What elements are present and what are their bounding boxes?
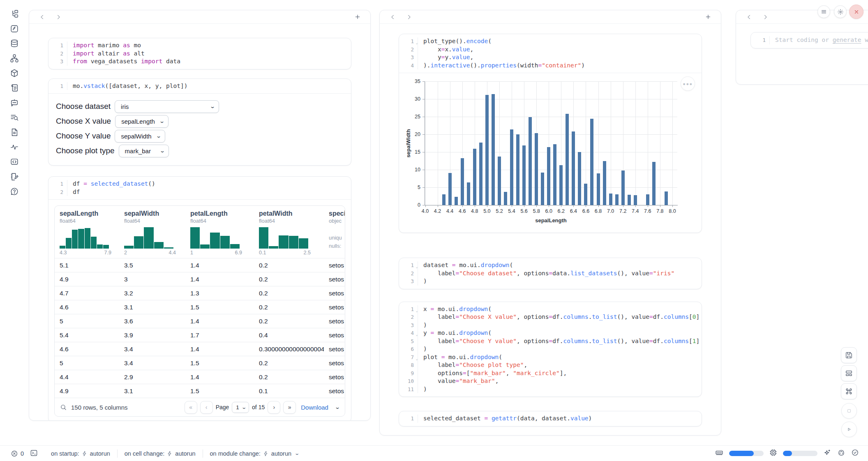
chart-bar[interactable] [566, 114, 569, 205]
table-row[interactable]: 4.73.21.30.2setos [55, 286, 345, 300]
code-editor[interactable]: 1import marimo as mo2import altair as al… [48, 38, 351, 69]
code-line[interactable]: 9 options=["mark_bar", "mark_circle"], [399, 369, 696, 378]
chart-bar[interactable] [448, 173, 452, 205]
chart-bar[interactable] [442, 194, 446, 205]
copilot-button[interactable] [837, 449, 845, 459]
chart-bar[interactable] [584, 184, 587, 205]
code-line[interactable]: 10 value="mark_bar", [399, 377, 696, 385]
column-prev-button[interactable] [388, 12, 397, 21]
save-button[interactable] [841, 347, 857, 363]
table-row[interactable]: 4.63.41.40.30000000000000004setos [55, 342, 345, 356]
code-line[interactable]: 3 y=y.value, [399, 53, 696, 62]
column-histogram[interactable] [60, 227, 109, 249]
last-page-button[interactable]: » [283, 401, 296, 414]
cell-imports[interactable]: 1import marimo as mo2import altair as al… [48, 38, 351, 69]
layout-panels-button[interactable] [841, 365, 857, 381]
chart-bar[interactable] [547, 147, 550, 205]
code-line[interactable]: 4).interactive().properties(width="conta… [399, 62, 696, 70]
code-line[interactable]: 5 label="Choose Y value", options=df.col… [399, 337, 696, 346]
add-cell-button[interactable] [353, 12, 362, 21]
dropdown-select-0[interactable]: iris⌄ [115, 100, 219, 113]
cell-dataframe[interactable]: 1df = selected_dataset()2df sepalLengthf… [48, 176, 351, 421]
column-next-button[interactable] [761, 12, 770, 21]
chart-menu-button[interactable]: ●●● [681, 76, 695, 91]
chart-bar[interactable] [665, 191, 668, 205]
code-line[interactable]: 4⌄y = mo.ui.dropdown( [399, 329, 696, 337]
code-editor[interactable]: 1selected_dataset = getattr(data, datase… [399, 411, 702, 426]
code-line[interactable]: 11) [399, 385, 696, 394]
help-icon[interactable] [10, 187, 19, 196]
chart-bar[interactable] [498, 157, 501, 205]
code-line[interactable]: 1⌄dataset = mo.ui.dropdown( [399, 261, 696, 270]
database-icon[interactable] [10, 39, 19, 48]
column-prev-button[interactable] [37, 12, 46, 21]
statusbar-autorun-item[interactable]: on module change:autorun⌄ [203, 450, 306, 457]
generate-link[interactable]: generate [833, 37, 861, 43]
error-indicator[interactable]: 0 [11, 450, 24, 457]
chart-bar[interactable] [597, 173, 600, 205]
first-page-button[interactable]: « [185, 401, 197, 414]
chart-bar[interactable] [473, 149, 476, 205]
column-next-button[interactable] [54, 12, 63, 21]
document-icon[interactable] [10, 127, 19, 137]
chat-bot-icon[interactable] [10, 98, 19, 107]
code-snippet-icon[interactable] [10, 157, 19, 166]
chart-bar[interactable] [529, 117, 532, 205]
chart-bar[interactable] [479, 143, 482, 205]
package-icon[interactable] [10, 68, 19, 78]
search-list-icon[interactable] [10, 113, 19, 122]
chart-bar[interactable] [510, 129, 513, 205]
chart-bar[interactable] [455, 197, 458, 205]
code-editor[interactable]: 1⌄x = mo.ui.dropdown(2 label="Choose X v… [399, 302, 702, 397]
command-shortcuts-button[interactable] [841, 383, 857, 399]
statusbar-autorun-item[interactable]: on startup:autorun [44, 450, 117, 457]
chart-bar[interactable] [615, 194, 619, 205]
column-histogram[interactable] [259, 227, 308, 249]
code-editor[interactable]: 1⌄dataset = mo.ui.dropdown(2 label="Choo… [399, 258, 702, 289]
menu-button[interactable] [817, 5, 830, 18]
column-header-cell[interactable]: sepalWidthfloat6424.4 [119, 210, 185, 256]
code-line[interactable]: 2 label="Choose X value", options=df.col… [399, 313, 696, 321]
function-icon[interactable] [10, 24, 19, 33]
code-line[interactable]: 1df = selected_dataset() [48, 180, 345, 188]
code-line[interactable]: 1mo.vstack([dataset, x, y, plot]) [48, 82, 345, 90]
column-prev-button[interactable] [744, 12, 753, 21]
code-editor[interactable]: 1⌄plot_type().encode(2 x=x.value,3 y=y.v… [399, 34, 702, 73]
table-row[interactable]: 4.93.11.50.1setos [55, 384, 345, 398]
column-header-cell[interactable]: sepalLengthfloat644.37.9 [55, 210, 119, 256]
dropdown-select-3[interactable]: mark_bar⌄ [119, 145, 169, 157]
chart-bar[interactable] [609, 194, 612, 205]
chart-bar[interactable] [492, 94, 495, 205]
column-header-cell[interactable]: petalWidthfloat640.12.5 [254, 210, 324, 256]
activity-icon[interactable] [10, 142, 19, 152]
close-button[interactable] [849, 5, 863, 19]
code-line[interactable]: 2 x=x.value, [399, 46, 696, 54]
column-next-button[interactable] [404, 12, 413, 21]
chart-bar[interactable] [646, 194, 649, 205]
code-line[interactable]: 6) [399, 345, 696, 353]
cell-placeholder[interactable]: Start coding or generate with AI [770, 36, 868, 44]
search-icon[interactable] [60, 404, 67, 411]
table-row[interactable]: 5.13.51.40.2setos [55, 258, 345, 272]
settings-gear-button[interactable] [834, 5, 847, 18]
chart-bar[interactable] [578, 152, 581, 205]
cell-vstack[interactable]: 1mo.vstack([dataset, x, y, plot]) Choose… [48, 78, 351, 166]
code-line[interactable]: 3) [399, 321, 696, 330]
empty-cell[interactable]: 1Start coding or generate with AI [750, 32, 868, 48]
code-editor[interactable]: 1mo.vstack([dataset, x, y, plot]) [48, 79, 351, 94]
code-line[interactable]: 3from vega_datasets import data [48, 58, 345, 66]
stop-button[interactable] [841, 403, 857, 419]
table-row[interactable]: 4.42.91.40.2setos [55, 370, 345, 384]
bar-chart[interactable]: 4.04.24.44.64.85.05.25.45.65.86.06.26.46… [404, 75, 700, 233]
code-line[interactable]: 1⌄plot_type().encode( [399, 37, 696, 46]
table-row[interactable]: 5.43.91.70.4setos [55, 328, 345, 342]
file-tree-icon[interactable] [10, 9, 19, 18]
chart-bar[interactable] [461, 158, 464, 205]
ai-sparkles-button[interactable] [823, 449, 831, 459]
code-line[interactable]: 1selected_dataset = getattr(data, datase… [399, 415, 696, 423]
run-button[interactable] [841, 422, 857, 437]
chart-bar[interactable] [516, 134, 519, 205]
next-page-button[interactable]: › [268, 401, 280, 414]
notebook-edit-icon[interactable] [10, 172, 19, 181]
chart-bar[interactable] [634, 195, 637, 205]
